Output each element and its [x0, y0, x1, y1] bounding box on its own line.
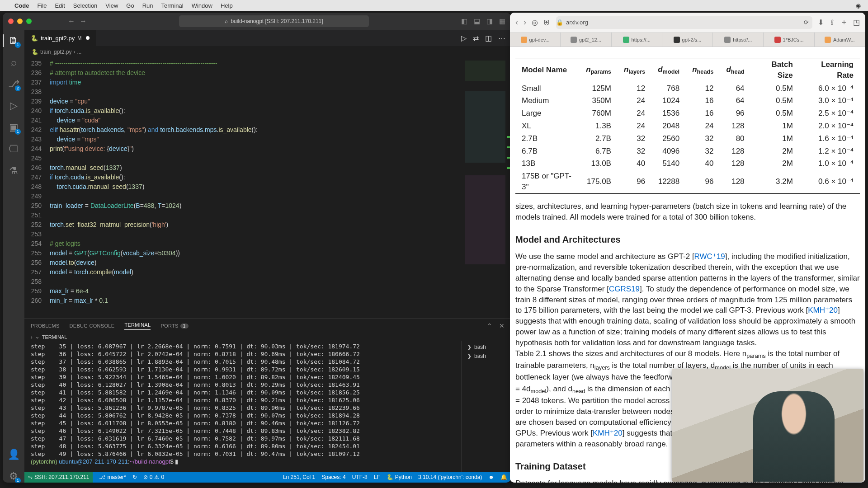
citation-rwc19[interactable]: RWC⁺19 — [694, 252, 725, 261]
app-name[interactable]: Code — [14, 2, 29, 9]
citation-kmh20-2[interactable]: KMH⁺20 — [593, 429, 623, 437]
breadcrumb-file: train_gpt2.py — [40, 49, 71, 55]
explorer-icon[interactable]: 🗎1 — [7, 34, 20, 47]
command-center[interactable]: ⌕ build-nanogpt [SSH: 207.211.170.211] — [179, 15, 369, 27]
safari-shield-icon[interactable]: ⛨ — [543, 19, 551, 27]
citation-cgrs19[interactable]: CGRS19 — [609, 285, 640, 293]
status-branch[interactable]: ⎇ master* — [99, 474, 126, 480]
window-title: build-nanogpt [SSH: 207.211.170.211] — [231, 18, 323, 24]
safari-tab[interactable]: gpt2_12... — [561, 33, 611, 47]
safari-share-icon[interactable]: ⇪ — [829, 18, 835, 27]
layout-customize-icon[interactable]: ▦ — [499, 17, 505, 25]
table-caption: sizes, architectures, and learning hyper… — [515, 201, 860, 223]
menu-go[interactable]: Go — [126, 2, 134, 9]
terminal-list: ❯bash ❯bash — [461, 341, 511, 472]
nav-back-icon[interactable]: ← — [68, 17, 75, 25]
citation-kmh20[interactable]: KMH⁺20 — [808, 306, 838, 314]
status-indent[interactable]: Spaces: 4 — [321, 474, 345, 480]
menu-run[interactable]: Run — [142, 2, 153, 9]
line-gutter: 2352362372382392402412422432442452462472… — [24, 58, 50, 318]
code-content[interactable]: # --------------------------------------… — [50, 58, 461, 318]
siri-icon[interactable]: ◉ — [856, 2, 861, 9]
menu-terminal[interactable]: Terminal — [161, 2, 184, 9]
search-activity-icon[interactable]: ⌕ — [7, 56, 20, 69]
safari-tab[interactable]: gpt-2/s... — [662, 33, 713, 47]
run-python-icon[interactable]: ▷ — [461, 34, 467, 42]
status-problems[interactable]: ⊘ 0 ⚠ 0 — [143, 474, 164, 480]
terminal-item-bash-2[interactable]: ❯bash — [465, 352, 507, 361]
safari-download-icon[interactable]: ⬇ — [818, 18, 824, 27]
safari-address-bar[interactable]: 🔒 arxiv.org ⟳ — [556, 16, 812, 29]
nav-forward-icon[interactable]: → — [80, 17, 87, 25]
gpt3-sizes-table: Model Namenparamsnlayersdmodelnheadsdhea… — [515, 58, 860, 194]
menu-view[interactable]: View — [105, 2, 118, 9]
safari-back-icon[interactable]: ‹ — [515, 18, 518, 27]
layout-panel-left-icon[interactable]: ◧ — [461, 17, 467, 25]
safari-tab[interactable]: https://... — [612, 33, 662, 47]
tab-debug-console[interactable]: DEBUG CONSOLE — [70, 323, 115, 328]
safari-privacy-icon[interactable]: ◎ — [532, 18, 538, 27]
safari-toolbar: ‹ › ◎ ⛨ 🔒 arxiv.org ⟳ ⬇ ⇪ ＋ ◳ — [510, 13, 865, 33]
menu-edit[interactable]: Edit — [55, 2, 65, 9]
safari-url-text: arxiv.org — [566, 19, 588, 26]
menu-window[interactable]: Window — [192, 2, 212, 9]
status-sync[interactable]: ↻ — [132, 474, 137, 480]
tab-problems[interactable]: PROBLEMS — [31, 323, 60, 328]
terminal-item-bash-1[interactable]: ❯bash — [465, 343, 507, 352]
lock-icon: 🔒 — [556, 19, 563, 26]
split-editor-icon[interactable]: ◫ — [485, 34, 492, 42]
more-actions-icon[interactable]: ⋯ — [498, 34, 505, 42]
safari-tabs-icon[interactable]: ◳ — [853, 18, 860, 27]
remote-explorer-icon[interactable]: 🖵 — [7, 143, 20, 155]
terminal-header[interactable]: › ⌄ TERMINAL — [24, 333, 511, 341]
status-bar: ⇋ SSH: 207.211.170.211 ⎇ master* ↻ ⊘ 0 ⚠… — [24, 472, 511, 483]
terminal-output[interactable]: step 35 | loss: 6.087967 | lr 2.2668e-04… — [24, 341, 461, 472]
safari-tab[interactable]: AdamW... — [815, 33, 865, 47]
status-interpreter[interactable]: 3.10.14 ('pytorchn': conda) — [418, 474, 482, 480]
status-remote[interactable]: ⇋ SSH: 207.211.170.211 — [24, 472, 93, 483]
safari-forward-icon[interactable]: › — [524, 18, 526, 27]
code-editor[interactable]: 2352362372382392402412422432442452462472… — [24, 58, 511, 318]
vscode-window: ← → ⌕ build-nanogpt [SSH: 207.211.170.21… — [3, 13, 511, 483]
status-bell-icon[interactable]: 🔔 — [500, 474, 507, 480]
safari-newtab-icon[interactable]: ＋ — [840, 18, 848, 27]
status-language[interactable]: 🐍 Python — [387, 474, 412, 480]
titlebar-nav: ← → — [68, 17, 87, 25]
menu-selection[interactable]: Selection — [73, 2, 97, 9]
webcam-overlay — [672, 369, 863, 482]
reload-icon[interactable]: ⟳ — [804, 19, 809, 26]
status-feedback-icon[interactable]: ☻ — [488, 474, 494, 480]
window-maximize-button[interactable] — [26, 19, 32, 24]
source-control-icon[interactable]: ⎇2 — [7, 78, 20, 90]
tab-terminal[interactable]: TERMINAL — [124, 322, 151, 330]
extensions-icon[interactable]: ▣1 — [7, 121, 20, 134]
window-close-button[interactable] — [8, 19, 14, 24]
accounts-icon[interactable]: 👤 — [7, 448, 20, 461]
panel-close-icon[interactable]: ✕ — [499, 322, 505, 329]
menu-help[interactable]: Help — [221, 2, 233, 9]
layout-panel-bottom-icon[interactable]: ⬓ — [474, 17, 480, 25]
ports-badge: 1 — [180, 324, 189, 328]
tab-ports[interactable]: PORTS1 — [160, 323, 188, 328]
tab-train-gpt2[interactable]: 🐍 train_gpt2.py M — [24, 30, 96, 46]
titlebar: ← → ⌕ build-nanogpt [SSH: 207.211.170.21… — [3, 13, 511, 30]
status-encoding[interactable]: UTF-8 — [352, 474, 368, 480]
minimap[interactable] — [461, 58, 511, 318]
macos-menubar: Code File Edit Selection View Go Run Ter… — [0, 0, 868, 11]
safari-tab[interactable]: gpt-dev... — [510, 33, 561, 47]
breadcrumb[interactable]: 🐍 train_gpt2.py › ... — [24, 46, 511, 58]
safari-tab[interactable]: https://... — [713, 33, 764, 47]
status-cursor[interactable]: Ln 251, Col 1 — [283, 474, 315, 480]
panel-maximize-icon[interactable]: ⌃ — [487, 322, 492, 329]
testing-icon[interactable]: ⚗ — [7, 164, 20, 177]
settings-gear-icon[interactable]: ⚙1 — [7, 470, 20, 483]
safari-tab[interactable]: 1*BJCs... — [764, 33, 814, 47]
editor-tabs: 🐍 train_gpt2.py M ▷ ⇄ ◫ ⋯ — [24, 30, 511, 46]
run-debug-icon[interactable]: ▷ — [7, 99, 20, 112]
layout-panel-right-icon[interactable]: ◨ — [486, 17, 493, 25]
window-minimize-button[interactable] — [17, 19, 23, 24]
split-compare-icon[interactable]: ⇄ — [473, 34, 479, 42]
chevron-right-icon: › — [31, 334, 33, 340]
menu-file[interactable]: File — [38, 2, 47, 9]
status-eol[interactable]: LF — [374, 474, 380, 480]
